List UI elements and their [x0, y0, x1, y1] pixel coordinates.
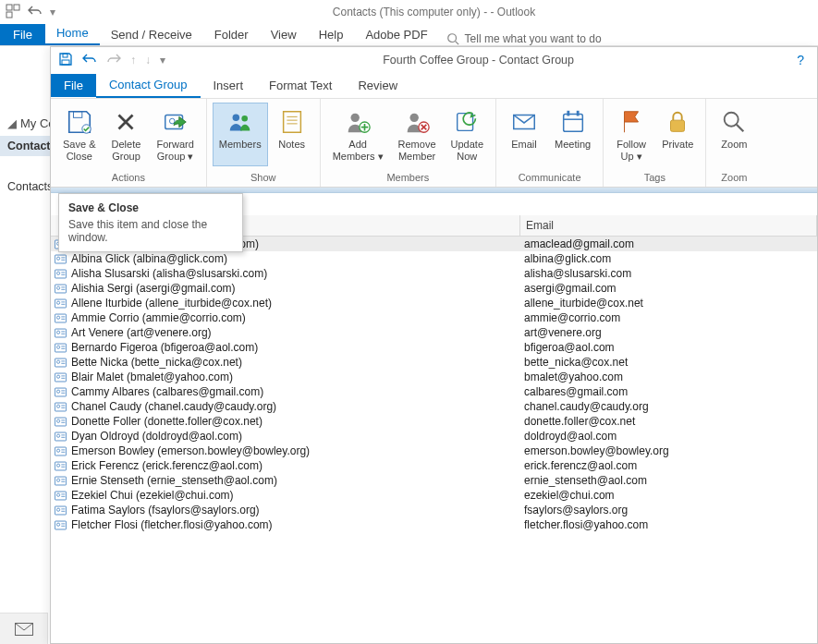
- zoom-icon: [719, 107, 749, 137]
- svg-point-31: [725, 113, 739, 127]
- rbtn-label: Save &: [63, 139, 95, 151]
- member-row[interactable]: Blair Malet (bmalet@yahoo.com)bmalet@yah…: [51, 370, 817, 384]
- contact-card-icon: [51, 298, 69, 309]
- member-row[interactable]: Donette Foller (donette.foller@cox.net)d…: [51, 414, 817, 429]
- members-icon: [226, 107, 255, 137]
- contact-group-window: ↑ ↓ ▾ Fourth Coffee Group - Contact Grou…: [50, 46, 818, 644]
- svg-rect-16: [283, 112, 300, 133]
- outlook-tabs: File Home Send / Receive Folder View Hel…: [0, 24, 818, 46]
- contact-card-icon: [51, 269, 69, 279]
- private-button[interactable]: Private: [655, 103, 700, 166]
- member-row[interactable]: Cammy Albares (calbares@gmail.com)calbar…: [51, 384, 817, 399]
- svg-point-20: [351, 114, 360, 122]
- undo-icon[interactable]: [82, 52, 97, 69]
- rbtn-label: Group: [112, 151, 140, 163]
- rbtn-label: Members: [219, 139, 262, 151]
- svg-rect-85: [55, 432, 66, 441]
- tab-help[interactable]: Help: [308, 24, 355, 45]
- member-row[interactable]: Alishia Sergi (asergi@gmail.com)asergi@g…: [51, 281, 817, 296]
- remove-member-button[interactable]: RemoveMember: [392, 103, 443, 166]
- update-now-icon: [452, 107, 482, 137]
- prev-item-icon[interactable]: ↑: [130, 54, 136, 67]
- tell-me-search[interactable]: Tell me what you want to do: [446, 32, 602, 45]
- tab-insert[interactable]: Insert: [201, 74, 257, 97]
- meeting-button[interactable]: Meeting: [548, 103, 597, 166]
- member-row[interactable]: Dyan Oldroyd (doldroyd@aol.com)doldroyd@…: [51, 429, 817, 444]
- member-row[interactable]: Bernardo Figeroa (bfigeroa@aol.com)bfige…: [51, 340, 817, 355]
- tab-format-text[interactable]: Format Text: [256, 74, 345, 97]
- svg-rect-93: [55, 462, 66, 470]
- ribbon-group-label: Show: [213, 170, 314, 185]
- help-icon[interactable]: ?: [791, 53, 810, 67]
- remove-member-icon: [402, 107, 432, 137]
- member-row[interactable]: Chanel Caudy (chanel.caudy@caudy.org)cha…: [51, 399, 817, 414]
- member-email: fsaylors@saylors.org: [520, 504, 817, 516]
- member-email: bfigeroa@aol.com: [520, 341, 817, 354]
- quick-access-icon[interactable]: [6, 4, 20, 21]
- tab-adobe-pdf[interactable]: Adobe PDF: [354, 24, 438, 45]
- svg-rect-29: [576, 111, 579, 116]
- member-email: alisha@slusarski.com: [520, 267, 817, 280]
- svg-point-15: [241, 115, 248, 122]
- update-now-button[interactable]: UpdateNow: [445, 103, 490, 166]
- notes-button[interactable]: Notes: [270, 103, 314, 166]
- member-row[interactable]: Fletcher Flosi (fletcher.flosi@yahoo.com…: [51, 517, 817, 532]
- member-name: Art Venere (art@venere.org): [69, 326, 520, 339]
- tooltip-title: Save & Close: [68, 201, 233, 214]
- member-email: amaclead@gmail.com: [520, 237, 817, 250]
- svg-rect-10: [73, 112, 81, 118]
- members-grid-body[interactable]: Abel Maclead (amaclead@gmail.com)amaclea…: [51, 237, 817, 532]
- member-row[interactable]: Alisha Slusarski (alisha@slusarski.com)a…: [51, 266, 817, 281]
- add-members-button[interactable]: AddMembers ▾: [326, 103, 390, 166]
- col-email[interactable]: Email: [520, 215, 817, 236]
- delete-group-button[interactable]: DeleteGroup: [104, 103, 148, 166]
- svg-rect-45: [55, 285, 66, 293]
- tab-view[interactable]: View: [260, 24, 308, 45]
- rbtn-label: Email: [511, 139, 537, 151]
- follow-up-button[interactable]: FollowUp ▾: [609, 103, 653, 166]
- outlook-file-tab[interactable]: File: [0, 24, 45, 45]
- member-row[interactable]: Bette Nicka (bette_nicka@cox.net)bette_n…: [51, 355, 817, 370]
- member-row[interactable]: Albina Glick (albina@glick.com)albina@gl…: [51, 251, 817, 266]
- rbtn-label: Add: [348, 139, 367, 151]
- notes-icon: [277, 107, 307, 137]
- member-email: calbares@gmail.com: [520, 385, 817, 398]
- tab-folder[interactable]: Folder: [203, 24, 260, 45]
- member-row[interactable]: Ammie Corrio (ammie@corrio.com)ammie@cor…: [51, 310, 817, 325]
- member-row[interactable]: Ezekiel Chui (ezekiel@chui.com)ezekiel@c…: [51, 488, 817, 503]
- member-row[interactable]: Ernie Stenseth (ernie_stenseth@aol.com)e…: [51, 473, 817, 488]
- ribbon-group-label: Actions: [56, 170, 201, 185]
- member-row[interactable]: Art Venere (art@venere.org)art@venere.or…: [51, 325, 817, 340]
- svg-rect-57: [55, 329, 66, 337]
- svg-rect-41: [55, 270, 66, 278]
- member-email: art@venere.org: [520, 326, 817, 339]
- inner-file-tab[interactable]: File: [51, 74, 96, 97]
- svg-rect-69: [55, 373, 66, 382]
- member-row[interactable]: Fatima Saylors (fsaylors@saylors.org)fsa…: [51, 503, 817, 517]
- save-close-button[interactable]: Save &Close: [56, 103, 102, 166]
- members-button[interactable]: Members: [213, 103, 268, 166]
- member-name: Donette Foller (donette.foller@cox.net): [69, 415, 520, 428]
- outlook-title: Contacts (This computer only) - - Outloo…: [55, 6, 812, 18]
- member-row[interactable]: Allene Iturbide (allene_iturbide@cox.net…: [51, 296, 817, 310]
- forward-group-button[interactable]: ForwardGroup ▾: [150, 103, 200, 166]
- svg-rect-81: [55, 418, 66, 426]
- member-email: bmalet@yahoo.com: [520, 371, 817, 383]
- tab-send-receive[interactable]: Send / Receive: [100, 24, 203, 45]
- zoom-button[interactable]: Zoom: [712, 103, 756, 166]
- undo-icon[interactable]: [28, 4, 43, 21]
- tab-review[interactable]: Review: [345, 74, 410, 97]
- contact-card-icon: [51, 343, 69, 353]
- tab-home[interactable]: Home: [45, 22, 100, 45]
- email-button[interactable]: Email: [502, 103, 546, 166]
- redo-icon[interactable]: [106, 52, 121, 69]
- contact-card-icon: [51, 387, 69, 397]
- member-row[interactable]: Emerson Bowley (emerson.bowley@bowley.or…: [51, 444, 817, 458]
- save-icon[interactable]: [58, 52, 73, 69]
- member-name: Alisha Slusarski (alisha@slusarski.com): [69, 267, 520, 280]
- mail-nav-icon[interactable]: [0, 613, 48, 644]
- svg-rect-9: [62, 60, 69, 65]
- next-item-icon[interactable]: ↓: [145, 54, 151, 67]
- member-row[interactable]: Erick Ferencz (erick.ferencz@aol.com)eri…: [51, 458, 817, 473]
- tab-contact-group[interactable]: Contact Group: [96, 73, 201, 98]
